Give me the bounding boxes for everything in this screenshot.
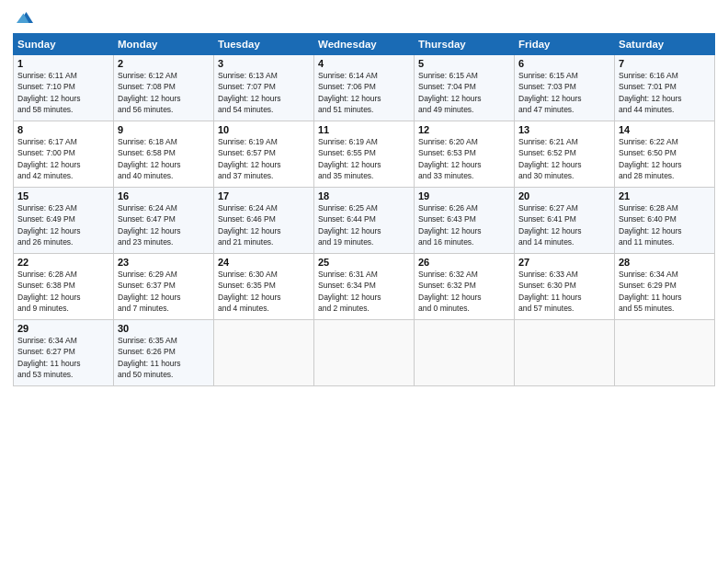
day-number: 24 — [218, 257, 310, 268]
day-number: 22 — [17, 257, 109, 268]
calendar-cell: 15Sunrise: 6:23 AM Sunset: 6:49 PM Dayli… — [14, 188, 114, 254]
day-info: Sunrise: 6:28 AM Sunset: 6:38 PM Dayligh… — [17, 269, 109, 314]
day-number: 10 — [218, 124, 310, 135]
calendar-cell: 8Sunrise: 6:17 AM Sunset: 7:00 PM Daylig… — [14, 121, 114, 188]
calendar-cell: 6Sunrise: 6:15 AM Sunset: 7:03 PM Daylig… — [515, 55, 615, 121]
day-info: Sunrise: 6:18 AM Sunset: 6:58 PM Dayligh… — [118, 136, 210, 181]
calendar-cell: 14Sunrise: 6:22 AM Sunset: 6:50 PM Dayli… — [615, 121, 715, 188]
day-number: 21 — [619, 190, 711, 201]
day-number: 28 — [619, 257, 711, 268]
calendar-cell: 1Sunrise: 6:11 AM Sunset: 7:10 PM Daylig… — [14, 55, 114, 121]
calendar-cell: 2Sunrise: 6:12 AM Sunset: 7:08 PM Daylig… — [114, 55, 214, 121]
calendar-cell: 7Sunrise: 6:16 AM Sunset: 7:01 PM Daylig… — [615, 55, 715, 121]
day-info: Sunrise: 6:31 AM Sunset: 6:34 PM Dayligh… — [318, 269, 410, 314]
calendar-cell: 23Sunrise: 6:29 AM Sunset: 6:37 PM Dayli… — [114, 254, 214, 320]
week-row-1: 1Sunrise: 6:11 AM Sunset: 7:10 PM Daylig… — [14, 55, 715, 121]
logo — [13, 9, 33, 26]
calendar-cell: 10Sunrise: 6:19 AM Sunset: 6:57 PM Dayli… — [214, 121, 314, 188]
day-number: 11 — [318, 124, 410, 135]
day-number: 9 — [118, 124, 210, 135]
weekday-header-thursday: Thursday — [415, 34, 515, 55]
calendar-cell: 20Sunrise: 6:27 AM Sunset: 6:41 PM Dayli… — [515, 188, 615, 254]
day-number: 7 — [619, 58, 711, 69]
logo-icon — [17, 9, 33, 26]
day-info: Sunrise: 6:15 AM Sunset: 7:04 PM Dayligh… — [418, 70, 510, 115]
day-number: 20 — [518, 190, 610, 201]
day-number: 26 — [418, 257, 510, 268]
weekday-header-wednesday: Wednesday — [314, 34, 415, 55]
day-number: 18 — [318, 190, 410, 201]
week-row-4: 22Sunrise: 6:28 AM Sunset: 6:38 PM Dayli… — [14, 254, 715, 320]
day-number: 1 — [17, 58, 109, 69]
day-info: Sunrise: 6:14 AM Sunset: 7:06 PM Dayligh… — [318, 70, 410, 115]
weekday-header-tuesday: Tuesday — [214, 34, 314, 55]
calendar-cell: 22Sunrise: 6:28 AM Sunset: 6:38 PM Dayli… — [14, 254, 114, 320]
day-info: Sunrise: 6:26 AM Sunset: 6:43 PM Dayligh… — [418, 202, 510, 247]
day-info: Sunrise: 6:22 AM Sunset: 6:50 PM Dayligh… — [619, 136, 711, 181]
day-info: Sunrise: 6:34 AM Sunset: 6:27 PM Dayligh… — [17, 335, 109, 380]
weekday-header-friday: Friday — [515, 34, 615, 55]
day-info: Sunrise: 6:28 AM Sunset: 6:40 PM Dayligh… — [619, 202, 711, 247]
calendar-cell — [214, 320, 314, 386]
calendar-cell: 11Sunrise: 6:19 AM Sunset: 6:55 PM Dayli… — [314, 121, 415, 188]
day-info: Sunrise: 6:11 AM Sunset: 7:10 PM Dayligh… — [17, 70, 109, 115]
calendar-cell: 21Sunrise: 6:28 AM Sunset: 6:40 PM Dayli… — [615, 188, 715, 254]
day-info: Sunrise: 6:15 AM Sunset: 7:03 PM Dayligh… — [518, 70, 610, 115]
day-number: 25 — [318, 257, 410, 268]
day-number: 12 — [418, 124, 510, 135]
day-number: 4 — [318, 58, 410, 69]
calendar-cell: 28Sunrise: 6:34 AM Sunset: 6:29 PM Dayli… — [615, 254, 715, 320]
day-number: 2 — [118, 58, 210, 69]
day-info: Sunrise: 6:12 AM Sunset: 7:08 PM Dayligh… — [118, 70, 210, 115]
day-info: Sunrise: 6:19 AM Sunset: 6:57 PM Dayligh… — [218, 136, 310, 181]
calendar-cell: 24Sunrise: 6:30 AM Sunset: 6:35 PM Dayli… — [214, 254, 314, 320]
day-info: Sunrise: 6:24 AM Sunset: 6:46 PM Dayligh… — [218, 202, 310, 247]
calendar-cell: 30Sunrise: 6:35 AM Sunset: 6:26 PM Dayli… — [114, 320, 214, 386]
calendar-cell: 12Sunrise: 6:20 AM Sunset: 6:53 PM Dayli… — [415, 121, 515, 188]
page: SundayMondayTuesdayWednesdayThursdayFrid… — [0, 0, 728, 563]
day-number: 3 — [218, 58, 310, 69]
day-info: Sunrise: 6:16 AM Sunset: 7:01 PM Dayligh… — [619, 70, 711, 115]
day-number: 29 — [17, 323, 109, 334]
calendar-cell: 29Sunrise: 6:34 AM Sunset: 6:27 PM Dayli… — [14, 320, 114, 386]
day-info: Sunrise: 6:34 AM Sunset: 6:29 PM Dayligh… — [619, 269, 711, 314]
day-number: 13 — [518, 124, 610, 135]
day-number: 16 — [118, 190, 210, 201]
calendar-cell — [415, 320, 515, 386]
calendar-cell: 16Sunrise: 6:24 AM Sunset: 6:47 PM Dayli… — [114, 188, 214, 254]
day-info: Sunrise: 6:13 AM Sunset: 7:07 PM Dayligh… — [218, 70, 310, 115]
week-row-5: 29Sunrise: 6:34 AM Sunset: 6:27 PM Dayli… — [14, 320, 715, 386]
day-info: Sunrise: 6:32 AM Sunset: 6:32 PM Dayligh… — [418, 269, 510, 314]
day-info: Sunrise: 6:24 AM Sunset: 6:47 PM Dayligh… — [118, 202, 210, 247]
day-number: 17 — [218, 190, 310, 201]
calendar-cell: 18Sunrise: 6:25 AM Sunset: 6:44 PM Dayli… — [314, 188, 415, 254]
calendar-cell: 26Sunrise: 6:32 AM Sunset: 6:32 PM Dayli… — [415, 254, 515, 320]
calendar-cell: 17Sunrise: 6:24 AM Sunset: 6:46 PM Dayli… — [214, 188, 314, 254]
weekday-header-sunday: Sunday — [14, 34, 114, 55]
day-number: 30 — [118, 323, 210, 334]
calendar-cell: 19Sunrise: 6:26 AM Sunset: 6:43 PM Dayli… — [415, 188, 515, 254]
week-row-2: 8Sunrise: 6:17 AM Sunset: 7:00 PM Daylig… — [14, 121, 715, 188]
day-number: 23 — [118, 257, 210, 268]
weekday-header-saturday: Saturday — [615, 34, 715, 55]
day-info: Sunrise: 6:29 AM Sunset: 6:37 PM Dayligh… — [118, 269, 210, 314]
day-info: Sunrise: 6:17 AM Sunset: 7:00 PM Dayligh… — [17, 136, 109, 181]
calendar-cell: 4Sunrise: 6:14 AM Sunset: 7:06 PM Daylig… — [314, 55, 415, 121]
calendar-table: SundayMondayTuesdayWednesdayThursdayFrid… — [13, 33, 715, 386]
day-info: Sunrise: 6:25 AM Sunset: 6:44 PM Dayligh… — [318, 202, 410, 247]
day-info: Sunrise: 6:21 AM Sunset: 6:52 PM Dayligh… — [518, 136, 610, 181]
day-number: 8 — [17, 124, 109, 135]
calendar-cell: 25Sunrise: 6:31 AM Sunset: 6:34 PM Dayli… — [314, 254, 415, 320]
day-info: Sunrise: 6:33 AM Sunset: 6:30 PM Dayligh… — [518, 269, 610, 314]
header — [13, 9, 715, 26]
calendar-cell: 5Sunrise: 6:15 AM Sunset: 7:04 PM Daylig… — [415, 55, 515, 121]
weekday-header-row: SundayMondayTuesdayWednesdayThursdayFrid… — [14, 34, 715, 55]
calendar-cell: 27Sunrise: 6:33 AM Sunset: 6:30 PM Dayli… — [515, 254, 615, 320]
day-number: 15 — [17, 190, 109, 201]
day-info: Sunrise: 6:27 AM Sunset: 6:41 PM Dayligh… — [518, 202, 610, 247]
calendar-cell — [515, 320, 615, 386]
day-number: 6 — [518, 58, 610, 69]
day-number: 5 — [418, 58, 510, 69]
calendar-cell: 13Sunrise: 6:21 AM Sunset: 6:52 PM Dayli… — [515, 121, 615, 188]
calendar-cell: 9Sunrise: 6:18 AM Sunset: 6:58 PM Daylig… — [114, 121, 214, 188]
